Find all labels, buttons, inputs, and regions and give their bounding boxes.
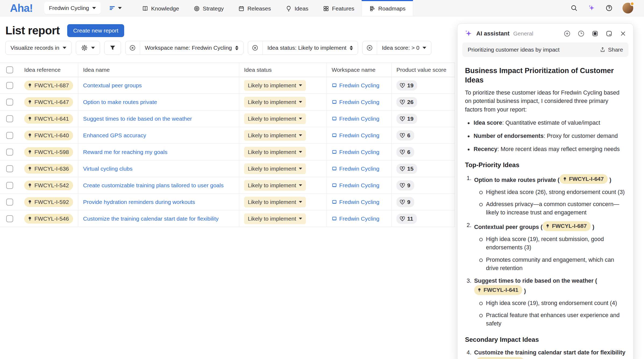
idea-reference-badge[interactable]: FWCYL-I-546 — [24, 214, 73, 224]
dock-panel-icon[interactable] — [591, 30, 599, 37]
idea-status-dropdown[interactable]: Likely to implement — [244, 113, 306, 124]
filter-chip-label: Idea score: > 0 — [382, 45, 420, 51]
idea-reference-badge[interactable]: FWCYL-I-542 — [24, 181, 73, 190]
ai-assistant-panel: AI assistant General Prioritizing custom… — [457, 23, 634, 359]
workspace-link[interactable]: Fredwin Cycling — [332, 199, 379, 205]
remove-filter-icon[interactable] — [363, 41, 377, 55]
filter-chip-button[interactable]: Workspace name: Fredwin Cycling — [140, 41, 243, 55]
popout-icon[interactable] — [605, 30, 613, 37]
idea-name-link[interactable]: Contextual peer groups — [83, 82, 142, 89]
row-checkbox[interactable] — [6, 199, 13, 206]
workspace-link[interactable]: Fredwin Cycling — [332, 116, 379, 122]
search-icon[interactable] — [570, 4, 578, 12]
priority-item-number: 1. — [467, 174, 471, 184]
calendar-icon — [238, 5, 245, 12]
idea-reference-badge[interactable]: FWCYL-I-636 — [24, 164, 73, 174]
row-checkbox[interactable] — [6, 132, 13, 139]
idea-name-link[interactable]: Provide hydration reminders during worko… — [83, 199, 195, 205]
workspace-link[interactable]: Fredwin Cycling — [332, 132, 379, 139]
workspace-link[interactable]: Fredwin Cycling — [332, 149, 379, 155]
nav-item-strategy[interactable]: Strategy — [186, 0, 231, 16]
row-checkbox[interactable] — [6, 82, 13, 89]
idea-status-dropdown[interactable]: Likely to implement — [244, 147, 306, 157]
idea-name-link[interactable]: Reward me for reaching my goals — [83, 149, 167, 155]
idea-name-link[interactable]: Option to make routes private — [83, 99, 157, 105]
nav-item-releases[interactable]: Releases — [231, 0, 278, 16]
select-all-checkbox[interactable] — [6, 66, 13, 73]
idea-status-dropdown[interactable]: Likely to implement — [244, 130, 306, 141]
nav-item-roadmaps[interactable]: Roadmaps — [362, 0, 413, 16]
column-header-idea-name[interactable]: Idea name — [78, 63, 239, 77]
remove-filter-icon[interactable] — [126, 41, 140, 55]
nav-item-features[interactable]: Features — [316, 0, 362, 16]
idea-reference-badge[interactable]: FWCYL-I-687 — [542, 221, 591, 231]
idea-reference-badge[interactable]: FWCYL-I-546 — [476, 357, 524, 359]
idea-reference-badge[interactable]: FWCYL-I-647 — [24, 97, 73, 107]
list-report-table: Idea reference Idea name Idea status Wor… — [0, 63, 455, 227]
idea-name-link[interactable]: Customize the training calendar start da… — [83, 216, 219, 222]
visualize-records-dropdown[interactable]: Visualize records in — [5, 41, 71, 55]
column-header-workspace-name[interactable]: Workspace name — [327, 63, 392, 77]
column-header-idea-status[interactable]: Idea status — [239, 63, 327, 77]
idea-name-link[interactable]: Suggest times to ride based on the weath… — [83, 116, 192, 122]
idea-name-link[interactable]: Virtual cycling clubs — [83, 166, 133, 172]
idea-reference-badge[interactable]: FWCYL-I-598 — [24, 147, 73, 157]
idea-status-dropdown[interactable]: Likely to implement — [244, 163, 306, 174]
row-checkbox[interactable] — [6, 165, 13, 172]
row-checkbox[interactable] — [6, 99, 13, 106]
column-header-idea-reference[interactable]: Idea reference — [19, 63, 78, 77]
workspace-link[interactable]: Fredwin Cycling — [332, 182, 379, 189]
help-icon[interactable] — [605, 4, 613, 12]
assistant-heading: Business Impact Prioritization of Custom… — [465, 66, 626, 85]
conversation-title: Prioritizing customer ideas by impact — [468, 46, 560, 53]
workspace-switcher[interactable]: Fredwin Cycling — [44, 2, 101, 14]
workspace-link[interactable]: Fredwin Cycling — [332, 82, 379, 89]
page-header: List report Create new report — [5, 24, 124, 37]
column-header-product-value-score[interactable]: Product value score — [392, 63, 455, 77]
idea-status-dropdown[interactable]: Likely to implement — [244, 80, 306, 91]
factor-item: Recency: More recent ideas may reflect e… — [467, 145, 626, 153]
idea-name-link[interactable]: Create customizable training plans tailo… — [83, 182, 224, 189]
idea-reference-badge[interactable]: FWCYL-I-641 — [474, 285, 523, 295]
presence-dot — [630, 2, 634, 6]
idea-reference-badge[interactable]: FWCYL-I-640 — [24, 131, 73, 140]
idea-reference-badge[interactable]: FWCYL-I-592 — [24, 197, 73, 207]
create-new-report-button[interactable]: Create new report — [67, 24, 124, 37]
idea-reference-badge[interactable]: FWCYL-I-641 — [24, 114, 73, 124]
assistant-heading: Secondary Impact Ideas — [465, 335, 626, 344]
sub-point-list: High idea score (19), recent submission,… — [478, 235, 626, 272]
new-chat-icon[interactable] — [563, 30, 571, 37]
roadmap-bars-icon — [369, 5, 375, 12]
ai-sparkle-icon — [464, 29, 473, 38]
close-icon[interactable] — [619, 30, 627, 37]
row-checkbox[interactable] — [6, 215, 13, 222]
nav-item-ideas[interactable]: Ideas — [278, 0, 316, 16]
idea-status-dropdown[interactable]: Likely to implement — [244, 97, 306, 107]
filter-chip-button[interactable]: Idea score: > 0 — [377, 41, 431, 55]
idea-name-link[interactable]: Enhanced GPS accuracy — [83, 132, 146, 139]
views-menu-button[interactable] — [109, 5, 122, 12]
workspace-link[interactable]: Fredwin Cycling — [332, 99, 379, 105]
filter-button[interactable] — [104, 41, 121, 55]
nav-item-knowledge[interactable]: Knowledge — [135, 0, 186, 16]
remove-filter-icon[interactable] — [248, 41, 263, 55]
idea-status-dropdown[interactable]: Likely to implement — [244, 197, 306, 207]
row-checkbox[interactable] — [6, 115, 13, 122]
idea-status-dropdown[interactable]: Likely to implement — [244, 213, 306, 224]
product-value-score-pill: # 9 — [396, 197, 414, 207]
avatar[interactable] — [622, 3, 633, 13]
filter-chip-button[interactable]: Idea status: Likely to implement — [263, 41, 358, 55]
workspace-link[interactable]: Fredwin Cycling — [332, 216, 379, 222]
settings-dropdown-button[interactable] — [76, 41, 100, 55]
share-button[interactable]: Share — [600, 46, 623, 53]
idea-status-dropdown[interactable]: Likely to implement — [244, 180, 306, 191]
row-checkbox[interactable] — [6, 149, 13, 156]
history-icon[interactable] — [577, 30, 585, 37]
row-checkbox[interactable] — [6, 182, 13, 189]
idea-reference-badge[interactable]: FWCYL-I-647 — [560, 174, 608, 184]
idea-reference-badge[interactable]: FWCYL-I-687 — [24, 81, 73, 90]
ai-sparkle-icon[interactable] — [588, 4, 596, 12]
chevron-down-icon — [299, 118, 302, 120]
workspace-link[interactable]: Fredwin Cycling — [332, 166, 379, 172]
workspace-link-label: Fredwin Cycling — [339, 82, 379, 89]
